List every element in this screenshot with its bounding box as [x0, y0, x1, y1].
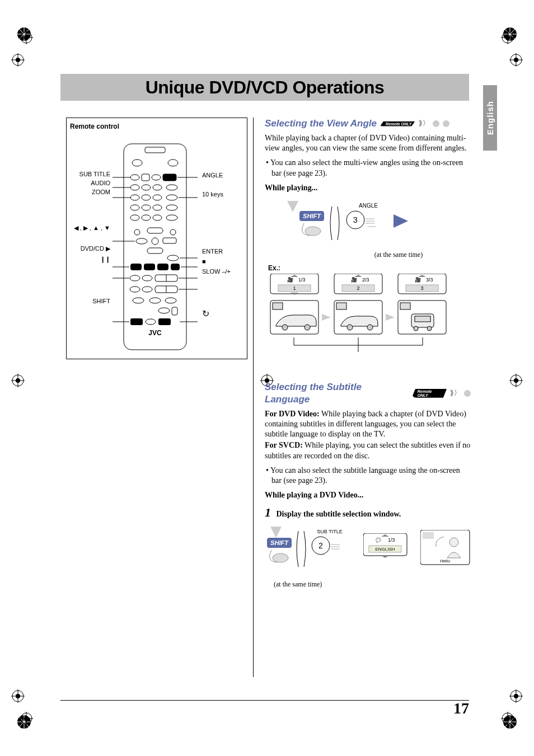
angle-num-2: 2: [357, 285, 359, 291]
right-column: Selecting the View Angle Remote ONLY ⟫〉 …: [265, 118, 471, 677]
svg-text:🎥: 🎥: [415, 276, 421, 283]
crop-mark: [11, 53, 25, 67]
svg-rect-71: [163, 174, 176, 181]
svg-text:SUB TITLE: SUB TITLE: [317, 529, 342, 534]
angle-3-3: 3/3: [426, 277, 433, 283]
subtitle-tv-screen: Hello: [420, 530, 471, 567]
crop-mark: [11, 689, 25, 703]
crop-mark: [20, 31, 33, 44]
for-dvd-lead: For DVD Video:: [265, 410, 320, 418]
svg-point-23: [24, 35, 29, 40]
shift-angle-diagram: SHIFT ANGLE 3: [282, 201, 421, 246]
svg-point-35: [505, 716, 510, 721]
label-shift: SHIFT: [70, 298, 110, 304]
svg-point-158: [367, 325, 373, 330]
subtitle-osd: 💬 1/3 ENGLISH: [363, 533, 408, 561]
svg-point-172: [273, 553, 288, 562]
svg-text:2: 2: [318, 541, 323, 550]
disc-icon: ⟫〉: [450, 389, 461, 398]
page-bottom-rule: [60, 700, 469, 701]
remote-control-box: Remote control SUB TITLE AUDIO ZOOM ◀ , …: [66, 118, 247, 359]
label-zoom: ZOOM: [70, 189, 110, 195]
label-10keys: 10 keys: [202, 191, 238, 198]
angle-num-3: 3: [420, 285, 423, 291]
svg-rect-152: [273, 303, 283, 309]
svg-rect-103: [130, 264, 142, 270]
label-dvdcd: DVD/CD ▶: [70, 245, 110, 252]
label-arrows: ◀ , ▶ , ▲ , ▼: [70, 224, 110, 232]
dot-icon: [464, 390, 471, 397]
svg-marker-130: [287, 201, 298, 212]
remote-only-badge: Remote ONLY: [380, 121, 415, 126]
svg-point-186: [449, 538, 458, 547]
svg-rect-106: [171, 264, 180, 270]
remote-only-badge: Remote ONLY: [412, 389, 447, 398]
left-column: Remote control SUB TITLE AUDIO ZOOM ◀ , …: [60, 118, 254, 677]
while-playing: While playing...: [265, 183, 471, 193]
step-1-text: Display the subtitle selection window.: [277, 510, 401, 518]
heading-subtitle: Selecting the Subtitle Language Remote O…: [265, 381, 471, 406]
crop-mark: [501, 31, 514, 44]
same-time-caption-2: (at the same time): [274, 580, 471, 589]
label-stop: ■: [202, 258, 238, 265]
svg-point-63: [514, 694, 518, 698]
remote-diagram: JVC: [110, 140, 200, 353]
crop-mark: [509, 53, 523, 67]
angle-key-label: ANGLE: [359, 203, 378, 209]
angle-bullet: • You can also select the multi-view ang…: [265, 158, 471, 178]
label-pause: ❙❙: [70, 256, 110, 263]
svg-rect-160: [400, 303, 410, 309]
angle-2-3: 2/3: [362, 277, 369, 283]
heading-text: Selecting the Subtitle Language: [265, 381, 409, 406]
osd-subtitle-index: 1/3: [388, 537, 395, 543]
angle-1-3: 1/3: [298, 277, 306, 283]
page-title: Unique DVD/VCD Operations: [146, 77, 385, 98]
svg-rect-104: [144, 264, 155, 270]
svg-point-157: [347, 325, 353, 330]
heading-view-angle: Selecting the View Angle Remote ONLY ⟫〉: [265, 118, 471, 130]
svg-point-132: [305, 227, 321, 236]
dot-icon: [443, 120, 449, 127]
page-content: Unique DVD/VCD Operations English Remote…: [60, 74, 469, 689]
page-number: 17: [453, 699, 469, 717]
svg-point-59: [16, 694, 20, 698]
svg-point-51: [16, 58, 20, 62]
subtitle-diagram-row: SHIFT SUB TITLE 2 💬 1/3 ENGLISH: [267, 527, 471, 577]
svg-point-27: [505, 35, 510, 40]
svg-point-164: [427, 326, 432, 331]
label-slow: SLOW –/+: [202, 268, 238, 275]
label-angle: ANGLE: [202, 172, 238, 179]
remote-labels-left: SUB TITLE AUDIO ZOOM ◀ , ▶ , ▲ , ▼ DVD/C…: [70, 140, 110, 304]
label-audio: AUDIO: [70, 180, 110, 186]
svg-rect-125: [130, 318, 143, 325]
svg-point-43: [514, 378, 518, 383]
angle-key-number: 3: [353, 215, 358, 224]
crop-mark: [509, 374, 523, 387]
crop-mark: [501, 712, 514, 725]
remote-box-title: Remote control: [70, 123, 243, 130]
subtitle-bullet: • You can also select the subtitle langu…: [265, 466, 471, 486]
svg-marker-183: [381, 556, 389, 558]
step-number-1: 1: [265, 505, 271, 519]
same-time-caption: (at the same time): [326, 251, 471, 260]
crop-mark: [509, 689, 523, 703]
shift-subtitle-diagram: SHIFT SUB TITLE 2: [267, 527, 351, 577]
svg-point-153: [282, 325, 288, 330]
svg-point-55: [514, 58, 518, 62]
svg-point-163: [414, 326, 418, 331]
osd-subtitle-lang: ENGLISH: [375, 547, 395, 552]
title-bar: Unique DVD/VCD Operations: [60, 74, 469, 101]
angle-example-grid: 🎥1/3 1 🎥2/3 2 �: [268, 274, 453, 363]
heading-text: Selecting the View Angle: [265, 118, 377, 130]
language-tab: English: [483, 85, 497, 151]
svg-text:SHIFT: SHIFT: [270, 539, 289, 546]
osd-camera-icon: 🎥: [287, 276, 294, 283]
svg-rect-127: [158, 318, 171, 325]
crop-mark: [20, 712, 33, 725]
subtitle-hello: Hello: [440, 558, 451, 564]
svg-marker-138: [394, 214, 408, 228]
shift-label: SHIFT: [303, 213, 321, 219]
disc-icon: ⟫〉: [419, 119, 429, 128]
for-svcd-lead: For SVCD:: [265, 441, 303, 449]
svg-point-31: [24, 716, 29, 721]
